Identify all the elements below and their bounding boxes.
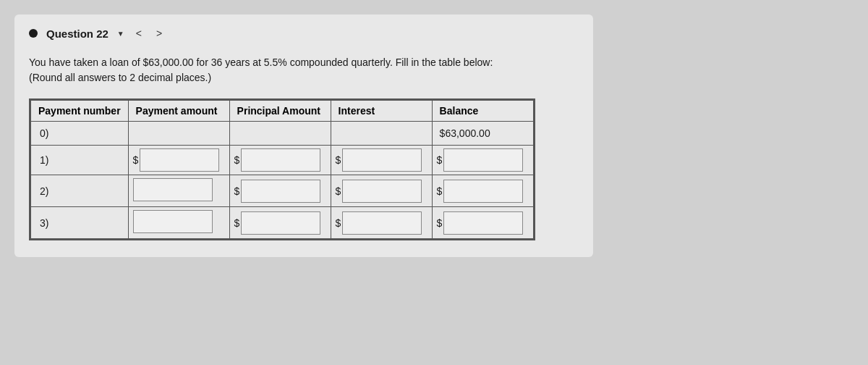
- question-dot: [29, 29, 38, 38]
- row-1-payment-dollar-sign: $: [133, 154, 139, 166]
- nav-prev-button[interactable]: <: [133, 26, 145, 41]
- row-1-interest-input[interactable]: [342, 148, 422, 172]
- header-payment-number: Payment number: [31, 101, 129, 122]
- page-container: Question 22 ▼ < > You have taken a loan …: [14, 14, 593, 257]
- row-3-interest-cell: $: [331, 207, 432, 239]
- row-3-principal-cell: $: [229, 207, 331, 239]
- dropdown-arrow-icon[interactable]: ▼: [117, 30, 124, 38]
- row-2-label: 2): [31, 175, 129, 207]
- row-3-balance-dollar-sign: $: [437, 217, 443, 229]
- row-1-label: 1): [31, 146, 129, 175]
- row-3-balance-cell: $: [432, 207, 533, 239]
- row-2-principal-dollar-sign: $: [234, 185, 240, 197]
- header-payment-amount: Payment amount: [128, 101, 229, 122]
- row-0-label: 0): [31, 122, 129, 146]
- question-title: Question 22: [46, 28, 109, 40]
- instruction-line1: You have taken a loan of $63,000.00 for …: [29, 56, 493, 68]
- row-2-interest-cell: $: [331, 175, 432, 207]
- loan-table: Payment number Payment amount Principal …: [30, 100, 534, 239]
- row-2-balance-cell: $: [432, 175, 533, 207]
- row-1-principal-input[interactable]: [241, 148, 320, 172]
- row-3-interest-input[interactable]: [342, 211, 422, 235]
- table-row-1: 1) $ $ $: [31, 146, 534, 175]
- row-3-payment-empty: [133, 210, 213, 233]
- header-interest: Interest: [331, 101, 432, 122]
- table-row-3: 3) $ $: [31, 207, 534, 239]
- row-1-principal-cell: $: [229, 146, 331, 175]
- row-2-balance-input[interactable]: [443, 180, 523, 203]
- loan-table-wrapper: Payment number Payment amount Principal …: [29, 98, 535, 240]
- table-row-0: 0) $63,000.00: [31, 122, 534, 146]
- row-1-payment-amount-cell: $: [128, 146, 229, 175]
- row-1-balance-cell: $: [432, 146, 533, 175]
- row-0-balance-cell: $63,000.00: [432, 122, 533, 146]
- row-3-label: 3): [31, 207, 129, 239]
- table-header-row: Payment number Payment amount Principal …: [31, 101, 534, 122]
- row-1-balance-dollar-sign: $: [437, 154, 443, 166]
- row-1-principal-dollar-sign: $: [234, 154, 240, 166]
- row-2-principal-cell: $: [229, 175, 331, 207]
- nav-next-button[interactable]: >: [153, 26, 165, 41]
- row-1-balance-input[interactable]: [443, 148, 523, 172]
- row-2-principal-input[interactable]: [241, 180, 320, 203]
- row-0-interest-cell: [331, 122, 432, 146]
- row-3-balance-input[interactable]: [443, 211, 523, 235]
- row-2-balance-dollar-sign: $: [437, 185, 443, 197]
- header-balance: Balance: [432, 101, 533, 122]
- table-row-2: 2) $ $: [31, 175, 534, 207]
- question-instructions: You have taken a loan of $63,000.00 for …: [29, 55, 579, 85]
- row-3-principal-input[interactable]: [241, 211, 320, 235]
- instruction-line2: (Round all answers to 2 decimal places.): [29, 72, 211, 83]
- question-header: Question 22 ▼ < >: [29, 26, 579, 41]
- row-2-interest-input[interactable]: [342, 180, 422, 203]
- row-0-payment-amount-cell: [128, 122, 229, 146]
- row-3-payment-amount-cell: [128, 207, 229, 239]
- row-1-payment-amount-input[interactable]: [140, 148, 219, 172]
- row-2-payment-empty: [133, 178, 213, 201]
- row-3-interest-dollar-sign: $: [336, 217, 341, 229]
- row-1-interest-cell: $: [331, 146, 432, 175]
- header-principal-amount: Principal Amount: [229, 101, 331, 122]
- row-2-interest-dollar-sign: $: [336, 185, 341, 197]
- row-2-payment-amount-cell: [128, 175, 229, 207]
- row-3-principal-dollar-sign: $: [234, 217, 240, 229]
- row-0-principal-cell: [229, 122, 331, 146]
- row-1-interest-dollar-sign: $: [336, 154, 341, 166]
